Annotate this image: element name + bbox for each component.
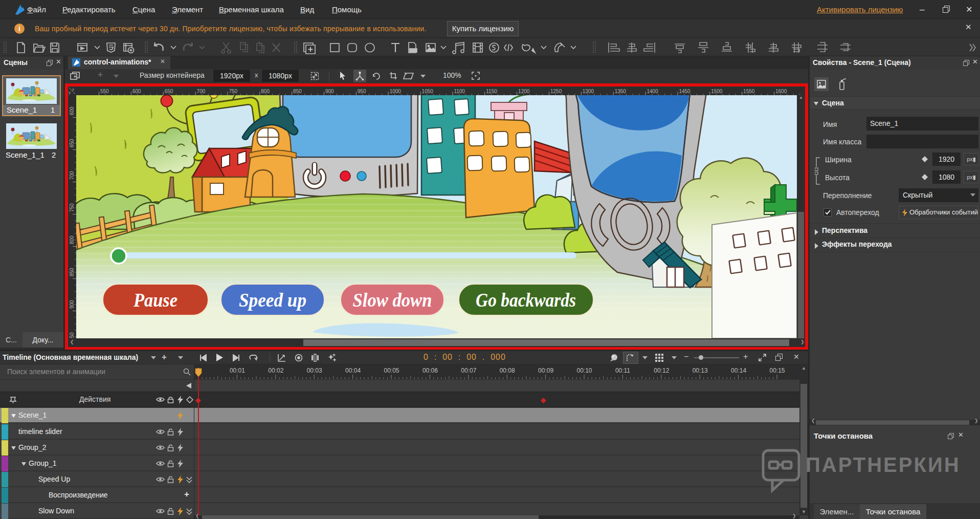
svg-text:1400: 1400 xyxy=(647,89,659,94)
svg-text:1250: 1250 xyxy=(550,89,562,94)
svg-text:900: 900 xyxy=(325,89,334,94)
svg-text:00:14: 00:14 xyxy=(731,367,746,374)
svg-text:1050: 1050 xyxy=(422,89,434,94)
svg-text:00:15: 00:15 xyxy=(770,367,785,374)
svg-text:1550: 1550 xyxy=(743,89,755,94)
svg-text:1000: 1000 xyxy=(390,89,402,94)
svg-text:00:06: 00:06 xyxy=(422,367,438,374)
svg-text:00:08: 00:08 xyxy=(500,367,515,374)
svg-text:x: x xyxy=(72,87,74,92)
svg-text:900: 900 xyxy=(69,300,75,309)
svg-text:00:11: 00:11 xyxy=(615,367,630,374)
svg-text:1600: 1600 xyxy=(775,89,787,94)
svg-text:00:03: 00:03 xyxy=(307,367,322,374)
svg-text:00:12: 00:12 xyxy=(654,367,669,374)
svg-text:00:04: 00:04 xyxy=(345,367,361,374)
svg-text:1150: 1150 xyxy=(486,89,497,94)
svg-text:600: 600 xyxy=(132,89,141,94)
svg-text:Slow down: Slow down xyxy=(353,289,432,311)
svg-text:650: 650 xyxy=(165,89,173,94)
svg-text:600: 600 xyxy=(69,106,75,115)
svg-text:1350: 1350 xyxy=(615,89,627,94)
svg-text:800: 800 xyxy=(69,235,75,244)
svg-text:Speed up: Speed up xyxy=(239,289,306,311)
svg-text:850: 850 xyxy=(293,89,302,94)
svg-text:1200: 1200 xyxy=(518,89,530,94)
svg-text:00:01: 00:01 xyxy=(230,367,245,374)
svg-text:700: 700 xyxy=(197,89,206,94)
svg-text:1300: 1300 xyxy=(583,89,594,94)
svg-text:00:13: 00:13 xyxy=(693,367,708,374)
svg-text:950: 950 xyxy=(358,89,366,94)
svg-text:1450: 1450 xyxy=(679,89,691,94)
svg-text:00:05: 00:05 xyxy=(384,367,399,374)
svg-text:700: 700 xyxy=(69,171,75,180)
svg-text:00:09: 00:09 xyxy=(538,367,553,374)
svg-text:00:02: 00:02 xyxy=(268,367,283,374)
svg-text:750: 750 xyxy=(69,203,75,212)
svg-text:850: 850 xyxy=(69,268,75,276)
svg-text:1500: 1500 xyxy=(711,89,723,94)
svg-text:650: 650 xyxy=(69,139,75,147)
svg-text:950: 950 xyxy=(69,332,75,338)
svg-text:y: y xyxy=(69,90,71,95)
svg-text:Pause: Pause xyxy=(133,289,177,311)
svg-text:550: 550 xyxy=(100,89,109,94)
svg-text:800: 800 xyxy=(261,89,270,94)
svg-text:00:07: 00:07 xyxy=(461,367,476,374)
svg-text:750: 750 xyxy=(229,89,237,94)
svg-text:Go backwards: Go backwards xyxy=(476,289,576,311)
svg-text:1100: 1100 xyxy=(454,89,465,94)
svg-text:00:10: 00:10 xyxy=(577,367,592,374)
